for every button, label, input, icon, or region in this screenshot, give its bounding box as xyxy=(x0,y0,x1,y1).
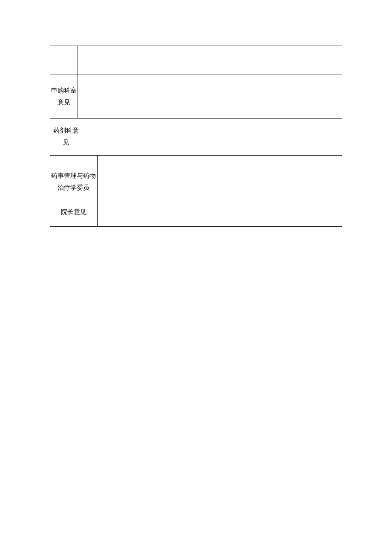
row-3-label: 药剂科意见 xyxy=(50,119,82,156)
table-row: 院长意见 xyxy=(50,198,342,227)
form-table-3: 药事管理与药物治疗学委员 院长意见 xyxy=(50,155,342,227)
table-row: 药事管理与药物治疗学委员 xyxy=(50,156,342,198)
form-table: 申购科室意见 xyxy=(50,46,342,119)
row-1-label xyxy=(50,46,78,75)
row-3-value xyxy=(82,119,342,156)
table-row xyxy=(50,46,342,75)
row-5-value xyxy=(97,198,342,227)
table-row: 药剂科意见 xyxy=(50,119,342,156)
form-table-2: 药剂科意见 xyxy=(50,118,342,156)
approval-form: 申购科室意见 药剂科意见 药事管理与药物治疗学委员 院长意见 xyxy=(50,46,342,227)
row-2-value xyxy=(78,75,342,119)
table-row: 申购科室意见 xyxy=(50,75,342,119)
row-4-label: 药事管理与药物治疗学委员 xyxy=(50,156,98,198)
row-2-label: 申购科室意见 xyxy=(50,75,78,119)
row-1-value xyxy=(78,46,342,75)
row-5-label: 院长意见 xyxy=(50,198,98,227)
row-4-value xyxy=(97,156,342,198)
